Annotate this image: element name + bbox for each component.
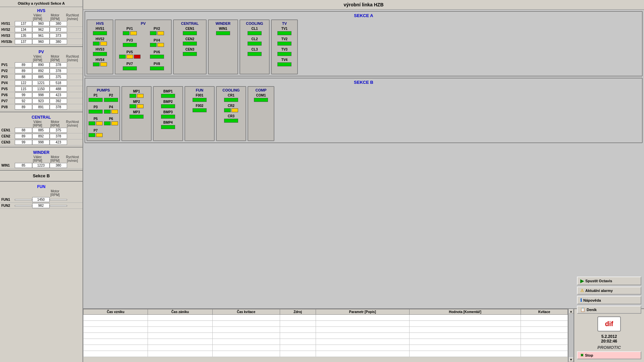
device-row[interactable]: CEN3 <box>175 48 205 56</box>
device-row[interactable]: CL1 <box>241 27 268 35</box>
rychlost-val: 373 <box>50 33 67 38</box>
row-label: PV8 <box>1 105 15 109</box>
valec-val: 89 <box>15 134 32 139</box>
device-row[interactable]: P5 <box>89 117 103 125</box>
motor-val: 998 <box>32 93 50 98</box>
device-row[interactable]: HVS4 <box>89 58 111 66</box>
device-row[interactable]: PV5 <box>117 50 143 59</box>
central-table-headers: Válec[RPM] Motor[RPM] Rychlost[m/min] <box>0 120 83 127</box>
motor-val: 998 <box>32 140 50 145</box>
device-label: BMP4 <box>163 121 173 124</box>
device-row[interactable]: F002 <box>186 104 213 112</box>
fun-b-box-title: FUN <box>186 88 213 92</box>
pumps-box: PUMPS P1P2P3P4P5P6P7 <box>87 86 120 141</box>
device-row[interactable]: CR3 <box>218 114 244 123</box>
device-row[interactable]: CEN2 <box>175 37 205 46</box>
device-label: PV6 <box>154 50 160 54</box>
device-row[interactable]: MP2 <box>123 100 150 108</box>
device-label: PV4 <box>154 39 160 42</box>
device-label: PV7 <box>126 62 133 66</box>
device-row[interactable]: CEN1 <box>175 27 205 35</box>
pumps-box-title: PUMPS <box>89 88 118 92</box>
dif-logo: dif <box>597 316 621 331</box>
device-row[interactable]: HVS3 <box>89 48 111 56</box>
hvs-rows: HVS1 137 960 380 HVS2 134 962 372 HVS3 1… <box>0 21 83 45</box>
device-row[interactable]: TV3 <box>273 48 296 56</box>
col-cas-vzniku: Čas vzniku <box>84 309 148 315</box>
device-row[interactable]: BMP2 <box>155 100 181 108</box>
valec-val: 135 <box>15 33 32 38</box>
device-label: CEN3 <box>185 48 195 51</box>
rychlost-val: 392 <box>50 99 67 104</box>
bmp-devices: BMP1BMP2BMP3BMP4 <box>155 89 181 129</box>
device-row[interactable]: HVS1 <box>89 27 111 35</box>
napoveda-button[interactable]: ℹ Nápověda <box>577 296 641 304</box>
central-section-header: CENTRAL <box>0 114 83 120</box>
device-row[interactable]: TV1 <box>273 27 296 35</box>
device-row[interactable]: TV2 <box>273 37 296 46</box>
rychlost-val: 488 <box>50 86 67 92</box>
device-row[interactable]: CL2 <box>241 37 268 46</box>
device-row[interactable]: CL3 <box>241 48 268 56</box>
device-row[interactable]: BMP1 <box>155 89 181 98</box>
denik-icon: 📋 <box>580 307 585 312</box>
alarm-table-container: Čas vzniku Čas zániku Čas kvitace Zdroj … <box>83 309 568 362</box>
device-label: P2 <box>109 94 113 97</box>
mp-box: MP1MP2MP3 <box>121 86 152 141</box>
device-row[interactable]: TV4 <box>273 58 296 66</box>
table-row: CEN2 89 892 378 <box>0 133 83 139</box>
device-row[interactable]: P4 <box>104 105 118 114</box>
denik-button[interactable]: 📋 Deník <box>577 306 641 314</box>
pumps-devices: P1P2P3P4P5P6P7 <box>89 94 118 139</box>
comp-devices: COM1 <box>250 94 272 102</box>
device-row[interactable]: PV8 <box>144 62 170 70</box>
stop-button[interactable]: ✖ Stop <box>577 351 641 359</box>
device-label: CEN1 <box>185 27 195 31</box>
spustit-button[interactable]: ▶ Spustit Octavis <box>577 277 641 285</box>
device-row[interactable]: PV2 <box>144 27 170 35</box>
rychlost-val: 423 <box>50 140 67 145</box>
device-row[interactable]: P3 <box>89 105 103 114</box>
device-row[interactable]: MP3 <box>123 110 150 119</box>
device-row[interactable]: P1 <box>89 94 103 102</box>
cooling-b-devices: CR1CR2CR3 <box>218 94 244 123</box>
device-label: HVS1 <box>96 27 104 31</box>
device-row[interactable]: P7 <box>89 129 103 137</box>
scroll-up[interactable]: ▲ <box>569 309 574 314</box>
alarm-scrollbar[interactable]: ▲ ▼ <box>568 309 574 362</box>
device-row[interactable]: COM1 <box>250 94 272 102</box>
valec-val: 122 <box>15 80 32 85</box>
device-row[interactable]: MP1 <box>123 89 150 98</box>
device-row[interactable]: BMP4 <box>155 121 181 129</box>
date-display: 5.2.2012 <box>577 334 641 339</box>
device-row[interactable]: CR2 <box>218 104 244 112</box>
motor-val: 885 <box>32 74 50 79</box>
device-row[interactable]: BMP3 <box>155 110 181 119</box>
device-label: P5 <box>94 117 98 121</box>
device-row[interactable]: F001 <box>186 94 213 102</box>
valec-val: 89 <box>15 62 32 67</box>
hvs-section-header: HVS <box>0 7 83 13</box>
pv-box: PV PV1PV2PV3PV4PV5PV6PV7PV8 <box>115 19 172 74</box>
device-row[interactable]: P6 <box>104 117 118 125</box>
device-row[interactable]: HVS2 <box>89 37 111 46</box>
alarmy-button[interactable]: ⚠ Aktuální alarmy <box>577 287 641 295</box>
device-row[interactable]: PV1 <box>117 27 143 35</box>
device-row[interactable]: PV4 <box>144 39 170 47</box>
scroll-down[interactable]: ▼ <box>569 357 574 362</box>
device-row[interactable]: CR1 <box>218 94 244 102</box>
device-label: CR3 <box>228 114 234 118</box>
rychlost-val: 378 <box>50 62 67 67</box>
device-row[interactable]: WIN1 <box>210 27 236 35</box>
col-hodnota: Hodnota [Komentář] <box>410 309 521 315</box>
valec-val: 85 <box>15 163 32 168</box>
row-label: PV4 <box>1 81 15 85</box>
device-row[interactable]: PV6 <box>144 50 170 59</box>
device-row[interactable]: P2 <box>104 94 118 102</box>
device-label: CR1 <box>228 94 234 97</box>
device-row[interactable]: PV7 <box>117 62 143 70</box>
device-row[interactable]: PV3 <box>117 39 143 47</box>
logo-area: dif <box>577 316 641 331</box>
motor-val: 1223 <box>32 163 50 168</box>
rychlost-val: 380 <box>50 39 67 44</box>
